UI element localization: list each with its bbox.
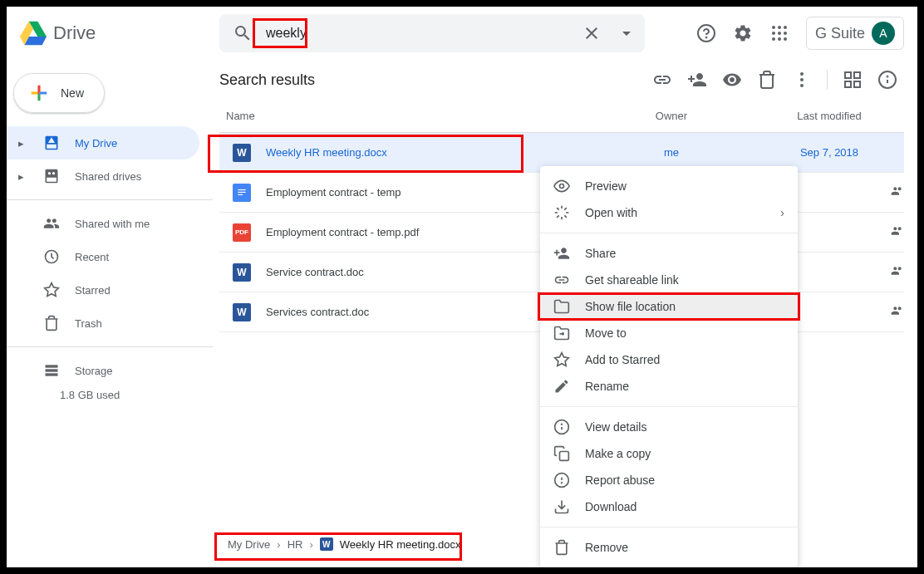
- gsuite-label: G Suite: [815, 25, 865, 42]
- menu-divider: [540, 527, 798, 527]
- new-button[interactable]: New: [13, 73, 105, 113]
- search-bar[interactable]: [219, 14, 645, 52]
- body-area: New ▸ My Drive ▸ Shared drives Shared wi…: [7, 60, 917, 567]
- svg-point-9: [778, 37, 781, 41]
- svg-rect-21: [854, 81, 860, 87]
- col-owner[interactable]: Owner: [588, 110, 754, 122]
- breadcrumb-current[interactable]: Weekly HR meeting.docx: [340, 538, 461, 551]
- nav-my-drive[interactable]: ▸ My Drive: [7, 126, 199, 159]
- search-options-icon[interactable]: [615, 17, 638, 50]
- link-icon[interactable]: [646, 63, 679, 96]
- nav-shared-with-me[interactable]: Shared with me: [7, 207, 199, 240]
- svg-rect-32: [560, 452, 569, 461]
- search-input[interactable]: [266, 26, 568, 41]
- shared-drives-icon: [43, 168, 60, 184]
- nav-label: My Drive: [75, 137, 117, 150]
- menu-divider: [540, 406, 798, 407]
- col-name[interactable]: Name: [226, 110, 588, 122]
- svg-point-24: [887, 76, 888, 77]
- trash-icon: [553, 539, 570, 556]
- menu-share[interactable]: Share: [540, 240, 798, 267]
- more-icon[interactable]: [785, 63, 818, 96]
- col-modified[interactable]: Last modified: [754, 110, 904, 122]
- chevron-right-icon: ›: [309, 538, 312, 551]
- chevron-right-icon: ›: [780, 206, 784, 219]
- avatar[interactable]: A: [872, 22, 895, 45]
- logo-area[interactable]: Drive: [20, 20, 213, 47]
- add-person-icon[interactable]: [681, 63, 714, 96]
- docx-icon: W: [233, 144, 251, 162]
- svg-rect-26: [238, 191, 245, 192]
- menu-show-location[interactable]: Show file location: [540, 293, 798, 320]
- delete-icon[interactable]: [750, 63, 784, 96]
- shared-icon: [891, 224, 904, 240]
- drive-logo-icon: [20, 20, 47, 47]
- svg-rect-20: [845, 81, 851, 87]
- topbar: Drive G Suite A: [7, 7, 917, 60]
- settings-icon[interactable]: [726, 17, 759, 50]
- nav-starred[interactable]: Starred: [7, 273, 199, 307]
- menu-get-link[interactable]: Get shareable link: [540, 267, 798, 293]
- main-header: Search results: [219, 60, 904, 100]
- expand-icon[interactable]: ▸: [18, 137, 28, 150]
- nav-storage[interactable]: Storage: [7, 354, 199, 387]
- apps-icon[interactable]: [763, 17, 796, 50]
- gsuite-badge[interactable]: G Suite A: [806, 17, 904, 50]
- svg-point-5: [772, 32, 775, 35]
- menu-label: Preview: [585, 179, 627, 193]
- menu-label: Open with: [585, 206, 637, 219]
- share-icon: [553, 245, 570, 262]
- nav-shared-drives[interactable]: ▸ Shared drives: [7, 159, 199, 193]
- svg-point-1: [705, 37, 706, 38]
- toolbar: [646, 63, 904, 96]
- menu-report-abuse[interactable]: Report abuse: [540, 467, 798, 493]
- people-icon: [43, 215, 60, 232]
- preview-icon[interactable]: [715, 63, 749, 96]
- nav-recent[interactable]: Recent: [7, 240, 199, 273]
- warning-icon: [553, 472, 570, 488]
- svg-point-4: [784, 26, 787, 29]
- divider: [827, 70, 828, 90]
- new-label: New: [61, 86, 84, 100]
- move-icon: [553, 325, 570, 341]
- file-modified: Sep 7, 2018: [754, 146, 904, 159]
- search-icon[interactable]: [226, 17, 259, 50]
- expand-icon[interactable]: ▸: [18, 170, 28, 183]
- menu-add-starred[interactable]: Add to Starred: [540, 346, 798, 373]
- svg-point-10: [784, 37, 787, 41]
- nav-label: Shared drives: [75, 170, 141, 183]
- svg-rect-18: [845, 72, 851, 78]
- trash-icon: [43, 315, 60, 331]
- svg-rect-25: [238, 189, 245, 189]
- link-icon: [553, 272, 570, 288]
- breadcrumb-part[interactable]: HR: [288, 538, 303, 551]
- svg-point-15: [800, 72, 804, 76]
- svg-rect-12: [46, 365, 58, 367]
- help-icon[interactable]: [690, 17, 723, 50]
- clear-search-icon[interactable]: [575, 17, 608, 50]
- grid-view-icon[interactable]: [836, 63, 869, 96]
- plus-icon: [27, 81, 51, 105]
- menu-rename[interactable]: Rename: [540, 373, 798, 400]
- nav-label: Trash: [75, 317, 102, 330]
- menu-open-with[interactable]: Open with ›: [540, 199, 798, 226]
- divider: [7, 199, 213, 200]
- sidebar: New ▸ My Drive ▸ Shared drives Shared wi…: [7, 60, 213, 567]
- menu-preview[interactable]: Preview: [540, 173, 798, 199]
- file-name: Weekly HR meeting.docx: [266, 146, 588, 159]
- breadcrumb-part[interactable]: My Drive: [228, 538, 270, 551]
- info-icon: [553, 419, 570, 435]
- menu-move-to[interactable]: Move to: [540, 320, 798, 346]
- eye-icon: [553, 178, 570, 194]
- shared-icon: [891, 304, 904, 320]
- svg-point-16: [800, 78, 804, 81]
- svg-point-31: [562, 424, 563, 424]
- storage-used: 1.8 GB used: [7, 389, 213, 401]
- menu-view-details[interactable]: View details: [540, 414, 798, 440]
- menu-download[interactable]: Download: [540, 493, 798, 520]
- menu-make-copy[interactable]: Make a copy: [540, 440, 798, 467]
- info-icon[interactable]: [871, 63, 904, 96]
- menu-remove[interactable]: Remove: [540, 534, 798, 561]
- menu-label: Remove: [585, 541, 628, 554]
- nav-trash[interactable]: Trash: [7, 307, 199, 340]
